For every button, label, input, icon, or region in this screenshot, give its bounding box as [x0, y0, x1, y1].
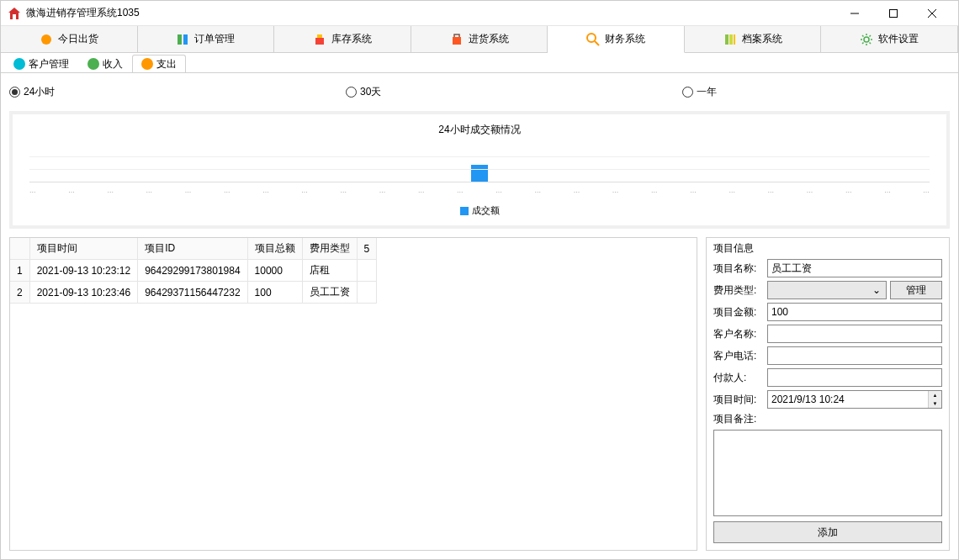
chevron-down-icon: ⌄ [872, 284, 881, 296]
input-phone[interactable] [767, 346, 942, 365]
content-area: 24小时 30天 一年 24小时成交额情况 ..................… [1, 72, 958, 559]
label-phone: 客户电话: [713, 349, 764, 363]
radio-1y[interactable]: 一年 [682, 85, 717, 99]
chart-container: 24小时成交额情况 ..............................… [9, 111, 950, 229]
input-amount[interactable] [767, 303, 942, 321]
chart-x-ticks: ........................................… [29, 186, 930, 194]
label-remark: 项目备注: [713, 412, 764, 426]
svg-rect-8 [183, 34, 188, 45]
manage-button[interactable]: 管理 [890, 281, 942, 299]
col-total[interactable]: 项目总额 [247, 238, 302, 260]
income-icon [87, 58, 99, 70]
label-name: 项目名称: [713, 262, 764, 276]
time-range-radios: 24小时 30天 一年 [9, 82, 950, 103]
app-icon [8, 7, 21, 20]
chart-plot [29, 144, 930, 182]
form-title: 项目信息 [713, 241, 942, 256]
radio-icon [682, 87, 693, 98]
input-project-name[interactable] [767, 259, 942, 277]
svg-rect-7 [177, 34, 182, 45]
chevron-up-icon: ▲ [928, 391, 941, 399]
tab-settings[interactable]: 软件设置 [821, 26, 958, 52]
maximize-button[interactable] [874, 1, 913, 26]
table-row[interactable]: 12021-09-13 10:23:1296429299173801984100… [10, 260, 377, 282]
label-customer: 客户名称: [713, 327, 764, 341]
main-tabs: 今日出货 订单管理 库存系统 进货系统 财务系统 档案系统 软件设置 [1, 26, 958, 53]
add-button[interactable]: 添加 [713, 521, 942, 543]
settings-icon [860, 33, 873, 46]
table-header-row: 项目时间 项目ID 项目总额 费用类型 5 [10, 238, 377, 260]
svg-rect-10 [317, 34, 322, 38]
subtab-income[interactable]: 收入 [78, 55, 132, 73]
legend-swatch [460, 207, 469, 215]
finance-icon [586, 33, 600, 46]
order-icon [176, 33, 189, 46]
close-button[interactable] [913, 1, 951, 26]
expense-icon [141, 58, 153, 70]
label-type: 费用类型: [713, 283, 764, 298]
titlebar: 微海进销存管理系统1035 [1, 1, 958, 26]
tab-archive[interactable]: 档案系统 [685, 26, 822, 52]
minimize-button[interactable] [835, 1, 874, 26]
chart-bar [471, 165, 488, 182]
chevron-down-icon: ▼ [928, 399, 941, 408]
svg-rect-14 [725, 34, 729, 45]
tab-purchase[interactable]: 进货系统 [411, 26, 548, 52]
svg-point-12 [587, 34, 596, 42]
chart-legend: 成交额 [460, 204, 500, 217]
inventory-icon [313, 33, 326, 46]
tab-today-shipment[interactable]: 今日出货 [1, 26, 138, 52]
chart-title: 24小时成交额情况 [438, 123, 520, 137]
col-type[interactable]: 费用类型 [302, 238, 357, 260]
purchase-icon [450, 33, 464, 46]
col-time[interactable]: 项目时间 [29, 238, 137, 260]
customer-icon [13, 58, 25, 70]
select-expense-type[interactable]: ⌄ [767, 281, 887, 299]
svg-point-17 [864, 37, 869, 42]
svg-rect-16 [734, 34, 735, 45]
archive-icon [723, 33, 737, 46]
window-title: 微海进销存管理系统1035 [26, 6, 835, 20]
label-time: 项目时间: [713, 393, 764, 407]
col-5[interactable]: 5 [357, 238, 377, 260]
radio-30d[interactable]: 30天 [346, 85, 682, 99]
subtab-expense[interactable]: 支出 [132, 55, 186, 73]
tab-order-management[interactable]: 订单管理 [138, 26, 275, 52]
tab-inventory[interactable]: 库存系统 [274, 26, 411, 52]
tab-finance[interactable]: 财务系统 [548, 26, 685, 53]
input-datetime[interactable] [767, 390, 942, 409]
datetime-spinner[interactable]: ▲▼ [928, 391, 941, 408]
sub-tabs: 客户管理 收入 支出 [1, 53, 958, 73]
radio-icon [346, 87, 357, 98]
table-row[interactable]: 22021-09-13 10:23:4696429371156447232100… [10, 282, 377, 304]
radio-24h[interactable]: 24小时 [9, 85, 346, 99]
window-controls [835, 1, 951, 26]
svg-point-6 [41, 34, 51, 45]
svg-line-13 [595, 41, 599, 45]
svg-rect-11 [453, 37, 461, 45]
svg-rect-9 [315, 38, 324, 45]
input-payer[interactable] [767, 368, 942, 387]
bottom-split: 项目时间 项目ID 项目总额 费用类型 5 12021-09-13 10:23:… [9, 237, 950, 551]
label-amount: 项目金额: [713, 305, 764, 320]
subtab-customer[interactable]: 客户管理 [4, 55, 78, 73]
radio-icon [9, 87, 20, 98]
input-customer[interactable] [767, 325, 942, 343]
expense-table: 项目时间 项目ID 项目总额 费用类型 5 12021-09-13 10:23:… [9, 237, 697, 551]
textarea-remark[interactable] [713, 430, 942, 516]
col-id[interactable]: 项目ID [138, 238, 247, 260]
app-window: 微海进销存管理系统1035 今日出货 订单管理 库存系统 进货系统 财务系统 档… [0, 0, 959, 560]
svg-rect-3 [890, 9, 898, 17]
project-form: 项目信息 项目名称: 费用类型: ⌄ 管理 项目金额: 客户名称: [706, 237, 950, 551]
label-payer: 付款人: [713, 371, 764, 385]
svg-rect-1 [13, 14, 16, 19]
shipment-icon [40, 33, 53, 46]
svg-rect-15 [729, 34, 733, 45]
col-rownum[interactable] [10, 238, 29, 260]
